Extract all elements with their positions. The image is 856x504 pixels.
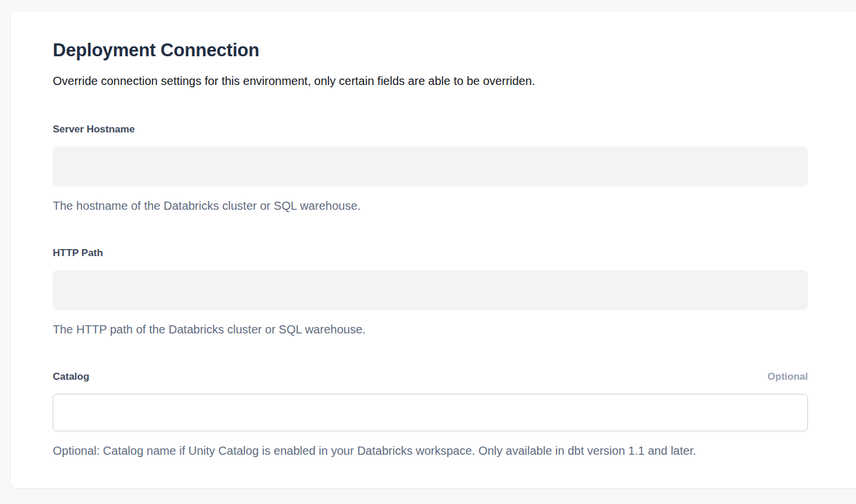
http-path-label-row: HTTP Path [53, 247, 808, 260]
server-hostname-label-row: Server Hostname [53, 123, 808, 136]
field-catalog: Catalog Optional Optional: Catalog name … [53, 370, 808, 458]
catalog-label-row: Catalog Optional [53, 370, 808, 383]
http-path-label: HTTP Path [53, 247, 103, 260]
field-server-hostname: Server Hostname The hostname of the Data… [53, 123, 808, 213]
server-hostname-label: Server Hostname [53, 123, 135, 136]
page-title: Deployment Connection [53, 40, 808, 61]
catalog-label: Catalog [53, 370, 89, 383]
server-hostname-input [53, 147, 808, 186]
http-path-input [53, 270, 808, 310]
page-subtitle: Override connection settings for this en… [53, 73, 808, 88]
deployment-connection-card: Deployment Connection Override connectio… [11, 12, 856, 488]
http-path-help: The HTTP path of the Databricks cluster … [53, 322, 808, 337]
catalog-input[interactable] [53, 394, 808, 431]
catalog-help: Optional: Catalog name if Unity Catalog … [53, 444, 808, 458]
card-content: Deployment Connection Override connectio… [11, 12, 808, 458]
catalog-optional-badge: Optional [767, 370, 808, 383]
server-hostname-help: The hostname of the Databricks cluster o… [53, 199, 808, 213]
field-http-path: HTTP Path The HTTP path of the Databrick… [53, 247, 808, 337]
